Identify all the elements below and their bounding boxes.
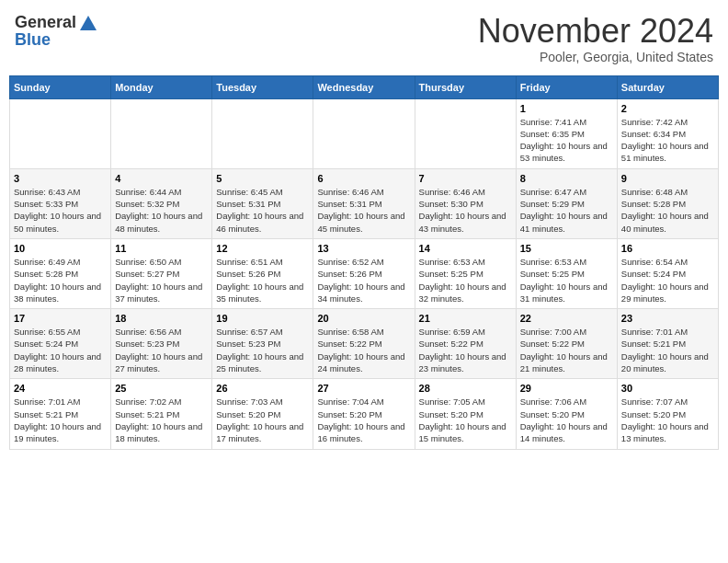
day-number: 5 [216, 173, 309, 184]
day-info: Sunrise: 6:46 AM Sunset: 5:31 PM Dayligh… [317, 186, 410, 235]
day-info: Sunrise: 6:57 AM Sunset: 5:23 PM Dayligh… [216, 326, 309, 374]
day-info: Sunrise: 6:58 AM Sunset: 5:22 PM Dayligh… [317, 326, 410, 374]
day-number: 13 [317, 243, 410, 254]
calendar-day-cell: 8Sunrise: 6:47 AM Sunset: 5:29 PM Daylig… [516, 168, 617, 238]
calendar-day-cell: 15Sunrise: 6:53 AM Sunset: 5:25 PM Dayli… [516, 238, 617, 308]
calendar-day-header: Saturday [617, 75, 718, 98]
calendar-day-cell: 3Sunrise: 6:43 AM Sunset: 5:33 PM Daylig… [10, 168, 111, 238]
day-info: Sunrise: 6:59 AM Sunset: 5:22 PM Dayligh… [419, 326, 512, 374]
day-number: 25 [115, 383, 208, 394]
day-info: Sunrise: 7:00 AM Sunset: 5:22 PM Dayligh… [520, 326, 613, 374]
day-info: Sunrise: 6:43 AM Sunset: 5:33 PM Dayligh… [14, 186, 107, 235]
day-info: Sunrise: 6:48 AM Sunset: 5:28 PM Dayligh… [621, 186, 714, 235]
day-number: 8 [520, 173, 613, 184]
day-number: 10 [14, 243, 107, 254]
calendar-day-cell: 26Sunrise: 7:03 AM Sunset: 5:20 PM Dayli… [212, 379, 313, 449]
calendar-table: SundayMondayTuesdayWednesdayThursdayFrid… [9, 75, 719, 450]
calendar-day-cell [415, 98, 516, 168]
calendar-day-cell: 25Sunrise: 7:02 AM Sunset: 5:21 PM Dayli… [111, 379, 212, 449]
calendar-day-cell: 24Sunrise: 7:01 AM Sunset: 5:21 PM Dayli… [10, 379, 111, 449]
calendar-week-row: 10Sunrise: 6:49 AM Sunset: 5:28 PM Dayli… [10, 238, 719, 308]
calendar-day-cell: 6Sunrise: 6:46 AM Sunset: 5:31 PM Daylig… [313, 168, 415, 238]
calendar-day-cell: 18Sunrise: 6:56 AM Sunset: 5:23 PM Dayli… [111, 309, 212, 379]
calendar-day-cell [10, 98, 111, 168]
day-number: 15 [520, 243, 613, 254]
day-info: Sunrise: 6:46 AM Sunset: 5:30 PM Dayligh… [419, 186, 512, 235]
calendar-day-cell: 21Sunrise: 6:59 AM Sunset: 5:22 PM Dayli… [415, 309, 516, 379]
day-number: 24 [14, 383, 107, 394]
calendar-day-cell: 29Sunrise: 7:06 AM Sunset: 5:20 PM Dayli… [516, 379, 617, 449]
day-info: Sunrise: 7:07 AM Sunset: 5:20 PM Dayligh… [621, 396, 714, 444]
calendar-day-cell: 28Sunrise: 7:05 AM Sunset: 5:20 PM Dayli… [415, 379, 516, 449]
day-info: Sunrise: 7:01 AM Sunset: 5:21 PM Dayligh… [14, 396, 107, 444]
calendar-day-cell: 4Sunrise: 6:44 AM Sunset: 5:32 PM Daylig… [111, 168, 212, 238]
logo: General Blue [15, 13, 98, 50]
day-number: 27 [317, 383, 410, 394]
day-number: 19 [216, 313, 309, 324]
calendar-day-header: Friday [516, 75, 617, 98]
day-number: 26 [216, 383, 309, 394]
day-number: 29 [520, 383, 613, 394]
title-block: November 2024 Pooler, Georgia, United St… [478, 13, 713, 64]
day-number: 22 [520, 313, 613, 324]
calendar-day-cell: 13Sunrise: 6:52 AM Sunset: 5:26 PM Dayli… [313, 238, 415, 308]
calendar-day-cell: 1Sunrise: 7:41 AM Sunset: 6:35 PM Daylig… [516, 98, 617, 168]
day-info: Sunrise: 7:05 AM Sunset: 5:20 PM Dayligh… [419, 396, 512, 444]
calendar-day-cell: 27Sunrise: 7:04 AM Sunset: 5:20 PM Dayli… [313, 379, 415, 449]
calendar-day-cell: 19Sunrise: 6:57 AM Sunset: 5:23 PM Dayli… [212, 309, 313, 379]
day-number: 21 [419, 313, 512, 324]
day-info: Sunrise: 7:03 AM Sunset: 5:20 PM Dayligh… [216, 396, 309, 444]
day-number: 28 [419, 383, 512, 394]
calendar-header-row: SundayMondayTuesdayWednesdayThursdayFrid… [10, 75, 719, 98]
calendar-day-cell: 17Sunrise: 6:55 AM Sunset: 5:24 PM Dayli… [10, 309, 111, 379]
day-info: Sunrise: 6:51 AM Sunset: 5:26 PM Dayligh… [216, 256, 309, 304]
calendar-day-cell: 9Sunrise: 6:48 AM Sunset: 5:28 PM Daylig… [617, 168, 718, 238]
day-info: Sunrise: 6:52 AM Sunset: 5:26 PM Dayligh… [317, 256, 410, 304]
calendar-day-cell [111, 98, 212, 168]
calendar-day-header: Thursday [415, 75, 516, 98]
day-info: Sunrise: 7:42 AM Sunset: 6:34 PM Dayligh… [621, 116, 714, 165]
page-header: General Blue November 2024 Pooler, Georg… [9, 9, 719, 68]
day-info: Sunrise: 6:56 AM Sunset: 5:23 PM Dayligh… [115, 326, 208, 374]
calendar-day-cell: 5Sunrise: 6:45 AM Sunset: 5:31 PM Daylig… [212, 168, 313, 238]
day-info: Sunrise: 7:06 AM Sunset: 5:20 PM Dayligh… [520, 396, 613, 444]
calendar-day-cell: 12Sunrise: 6:51 AM Sunset: 5:26 PM Dayli… [212, 238, 313, 308]
day-number: 17 [14, 313, 107, 324]
calendar-day-cell: 11Sunrise: 6:50 AM Sunset: 5:27 PM Dayli… [111, 238, 212, 308]
day-number: 12 [216, 243, 309, 254]
day-number: 23 [621, 313, 714, 324]
calendar-day-cell: 14Sunrise: 6:53 AM Sunset: 5:25 PM Dayli… [415, 238, 516, 308]
calendar-day-header: Sunday [10, 75, 111, 98]
day-number: 11 [115, 243, 208, 254]
calendar-day-header: Monday [111, 75, 212, 98]
logo-blue-text: Blue [15, 30, 51, 50]
calendar-day-header: Tuesday [212, 75, 313, 98]
day-number: 14 [419, 243, 512, 254]
calendar-day-header: Wednesday [313, 75, 415, 98]
day-info: Sunrise: 6:50 AM Sunset: 5:27 PM Dayligh… [115, 256, 208, 304]
day-info: Sunrise: 6:49 AM Sunset: 5:28 PM Dayligh… [14, 256, 107, 304]
calendar-day-cell: 23Sunrise: 7:01 AM Sunset: 5:21 PM Dayli… [617, 309, 718, 379]
day-number: 7 [419, 173, 512, 184]
day-info: Sunrise: 7:02 AM Sunset: 5:21 PM Dayligh… [115, 396, 208, 444]
calendar-day-cell [212, 98, 313, 168]
calendar-day-cell: 7Sunrise: 6:46 AM Sunset: 5:30 PM Daylig… [415, 168, 516, 238]
day-info: Sunrise: 6:45 AM Sunset: 5:31 PM Dayligh… [216, 186, 309, 235]
day-number: 1 [520, 103, 613, 114]
logo-triangle-icon [78, 14, 98, 32]
day-info: Sunrise: 6:55 AM Sunset: 5:24 PM Dayligh… [14, 326, 107, 374]
day-info: Sunrise: 7:04 AM Sunset: 5:20 PM Dayligh… [317, 396, 410, 444]
calendar-day-cell: 22Sunrise: 7:00 AM Sunset: 5:22 PM Dayli… [516, 309, 617, 379]
day-info: Sunrise: 6:44 AM Sunset: 5:32 PM Dayligh… [115, 186, 208, 235]
day-info: Sunrise: 6:54 AM Sunset: 5:24 PM Dayligh… [621, 256, 714, 304]
calendar-day-cell [313, 98, 415, 168]
day-info: Sunrise: 6:53 AM Sunset: 5:25 PM Dayligh… [520, 256, 613, 304]
calendar-day-cell: 20Sunrise: 6:58 AM Sunset: 5:22 PM Dayli… [313, 309, 415, 379]
calendar-week-row: 24Sunrise: 7:01 AM Sunset: 5:21 PM Dayli… [10, 379, 719, 449]
calendar-week-row: 3Sunrise: 6:43 AM Sunset: 5:33 PM Daylig… [10, 168, 719, 238]
day-number: 16 [621, 243, 714, 254]
day-number: 6 [317, 173, 410, 184]
day-number: 4 [115, 173, 208, 184]
month-title: November 2024 [478, 13, 713, 50]
calendar-day-cell: 10Sunrise: 6:49 AM Sunset: 5:28 PM Dayli… [10, 238, 111, 308]
